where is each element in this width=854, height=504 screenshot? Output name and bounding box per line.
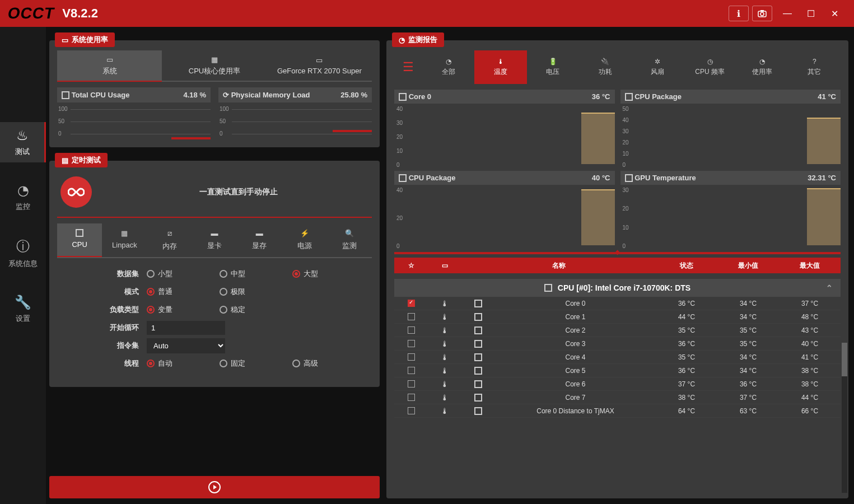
montab-power[interactable]: 🔌功耗 [579, 50, 631, 84]
radio-fixed[interactable]: 固定 [220, 358, 287, 368]
infinite-button[interactable] [60, 176, 92, 208]
app-version: V8.2.2 [62, 6, 98, 21]
display-toggle[interactable] [474, 407, 482, 415]
power-icon: ⚡ [300, 229, 309, 237]
favorite-checkbox[interactable] [408, 353, 415, 361]
favorite-checkbox[interactable] [408, 340, 415, 347]
table-row[interactable]: 🌡 Core 5 36 °C 34 °C 38 °C [394, 364, 841, 377]
radio-auto[interactable]: 自动 [147, 358, 214, 368]
cfg-tab-memory[interactable]: ⧄内存 [147, 223, 192, 257]
svg-rect-2 [760, 10, 764, 12]
radio-advanced[interactable]: 高级 [292, 358, 360, 368]
system-usage-panel: ▭ 系统使用率 ▭ 系统 ▦ CPU核心使用率 ▭ GeForce RTX 20… [49, 40, 380, 147]
favorite-checkbox[interactable] [408, 300, 415, 307]
montab-freq[interactable]: ◷CPU 频率 [684, 50, 736, 84]
radio-large[interactable]: 大型 [292, 269, 360, 279]
nav-sysinfo[interactable]: ⓘ 系统信息 [0, 232, 46, 274]
info-button[interactable]: ℹ [729, 6, 749, 21]
cpu-icon [76, 229, 83, 237]
temperature-chart: Core 0 36 °C 403020100 [394, 90, 615, 165]
display-toggle[interactable] [474, 394, 482, 402]
timing-test-panel: ▤ 定时测试 一直测试直到手动停止 CPU ▦Linpack ⧄内存 ▬显卡 [49, 161, 380, 387]
table-row[interactable]: 🌡 Core 6 37 °C 36 °C 38 °C [394, 377, 841, 391]
metric-memory-load: ⟳ Physical Memory Load 25.80 % 100 50 0 [218, 87, 372, 139]
radio-small[interactable]: 小型 [147, 269, 214, 279]
chart-fill [807, 118, 841, 164]
scrollbar-thumb[interactable] [842, 343, 847, 376]
temperature-chart: CPU Package 41 °C 50403020100 [620, 90, 841, 165]
montab-temp[interactable]: 🌡温度 [474, 50, 526, 84]
vram-icon: ▬ [256, 229, 263, 237]
cfg-tab-linpack[interactable]: ▦Linpack [102, 223, 147, 257]
thermometer-icon: 🌡 [497, 58, 504, 66]
laptop-icon: ▭ [106, 55, 113, 64]
sys-tab-gpu[interactable]: ▭ GeForce RTX 2070 Super [267, 50, 372, 82]
radio-medium[interactable]: 中型 [220, 269, 287, 279]
display-toggle[interactable] [474, 380, 482, 388]
montab-other[interactable]: ?其它 [788, 50, 841, 84]
radio-extreme[interactable]: 极限 [220, 287, 287, 297]
calendar-icon: ▤ [62, 156, 68, 165]
monitor-menu-button[interactable]: ☰ [394, 50, 422, 84]
cfg-tab-vram[interactable]: ▬显存 [237, 223, 282, 257]
maximize-button[interactable]: ☐ [799, 4, 823, 22]
favorite-checkbox[interactable] [408, 313, 415, 320]
start-loop-input[interactable] [147, 321, 225, 335]
gauge-icon: ◔ [759, 58, 765, 66]
cfg-tab-gpu[interactable]: ▬显卡 [192, 223, 237, 257]
nav-label: 系统信息 [8, 259, 38, 269]
chip-icon: ▦ [121, 229, 128, 237]
app-logo: OCCT [8, 4, 54, 22]
montab-voltage[interactable]: 🔋电压 [527, 50, 579, 84]
nav-label: 监控 [16, 202, 30, 212]
table-row[interactable]: 🌡 Core 1 44 °C 34 °C 48 °C [394, 310, 841, 324]
display-toggle[interactable] [474, 313, 482, 321]
favorite-checkbox[interactable] [408, 407, 415, 414]
favorite-checkbox[interactable] [408, 367, 415, 374]
nav-monitor[interactable]: ◔ 监控 [0, 177, 46, 217]
radio-variable[interactable]: 变量 [147, 305, 214, 315]
label-dataset: 数据集 [63, 269, 147, 279]
scrollbar[interactable] [842, 343, 847, 493]
nav-label: 设置 [16, 314, 30, 324]
table-row[interactable]: 🌡 Core 0 36 °C 34 °C 37 °C [394, 297, 841, 310]
table-row[interactable]: 🌡 Core 0 Distance to TjMAX 64 °C 63 °C 6… [394, 404, 841, 418]
monitor-report-panel: ◔ 监测报告 ☰ ◔全部 🌡温度 🔋电压 🔌功耗 ✲风扇 ◷CPU 频率 ◔使用… [386, 40, 848, 498]
display-toggle[interactable] [474, 367, 482, 375]
montab-fan[interactable]: ✲风扇 [632, 50, 684, 84]
display-toggle[interactable] [474, 353, 482, 361]
table-row[interactable]: 🌡 Core 7 38 °C 37 °C 44 °C [394, 391, 841, 404]
star-icon: ☆ [394, 262, 428, 269]
cfg-tab-power[interactable]: ⚡电源 [282, 223, 326, 257]
table-row[interactable]: 🌡 Core 4 35 °C 34 °C 41 °C [394, 351, 841, 364]
radio-stable[interactable]: 稳定 [220, 305, 287, 315]
sys-tab-cpu-cores[interactable]: ▦ CPU核心使用率 [162, 50, 267, 82]
screenshot-button[interactable] [752, 6, 772, 21]
thermometer-icon: 🌡 [441, 380, 449, 389]
montab-usage[interactable]: ◔使用率 [736, 50, 788, 84]
temperature-chart: CPU Package 40 °C 40200 [394, 171, 615, 246]
sensor-group-header[interactable]: CPU [#0]: Intel Core i7-10700K: DTS ⌃ [394, 279, 841, 297]
minimize-button[interactable]: — [776, 4, 799, 22]
display-toggle[interactable] [474, 300, 482, 307]
instruction-set-select[interactable]: Auto [147, 338, 225, 353]
question-icon: ? [813, 58, 816, 66]
nav-test[interactable]: ♨ 测试 [0, 122, 46, 162]
montab-all[interactable]: ◔全部 [422, 50, 474, 84]
nav-settings[interactable]: 🔧 设置 [0, 289, 46, 329]
favorite-checkbox[interactable] [408, 394, 415, 401]
cfg-tab-cpu[interactable]: CPU [57, 223, 102, 257]
cfg-tab-monitor[interactable]: 🔍监测 [327, 223, 372, 257]
display-toggle[interactable] [474, 326, 482, 334]
chart-line [333, 130, 372, 132]
sys-tab-system[interactable]: ▭ 系统 [57, 50, 162, 82]
radio-normal[interactable]: 普通 [147, 287, 214, 297]
start-test-button[interactable] [49, 476, 380, 498]
favorite-checkbox[interactable] [408, 326, 415, 334]
label-thread: 线程 [63, 358, 147, 368]
table-row[interactable]: 🌡 Core 3 36 °C 35 °C 40 °C [394, 337, 841, 351]
favorite-checkbox[interactable] [408, 380, 415, 388]
table-row[interactable]: 🌡 Core 2 35 °C 35 °C 43 °C [394, 324, 841, 337]
display-toggle[interactable] [474, 340, 482, 348]
close-button[interactable]: ✕ [823, 4, 846, 22]
